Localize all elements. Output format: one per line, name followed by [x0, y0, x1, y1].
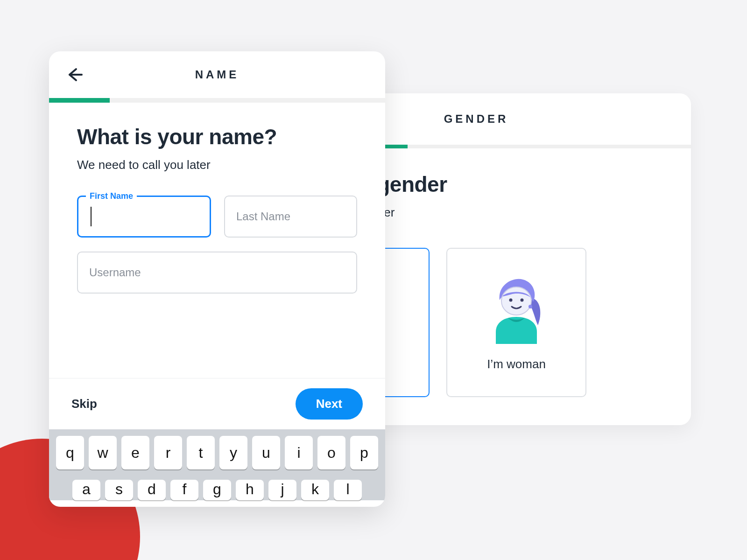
keyboard-row-2: asdfghjkl [54, 476, 381, 500]
svg-point-7 [501, 287, 531, 315]
keyboard-key-q[interactable]: q [56, 436, 84, 469]
keyboard-key-e[interactable]: e [121, 436, 149, 469]
name-screen: NAME What is your name? We need to call … [49, 51, 385, 507]
keyboard-key-l[interactable]: l [334, 480, 362, 500]
keyboard-key-j[interactable]: j [268, 480, 296, 500]
keyboard-key-a[interactable]: a [72, 480, 100, 500]
keyboard-key-t[interactable]: t [187, 436, 215, 469]
name-header: NAME [49, 51, 385, 98]
arrow-left-icon [66, 65, 85, 84]
username-field[interactable]: Username [77, 252, 357, 294]
skip-button[interactable]: Skip [71, 397, 97, 411]
gender-card-woman[interactable]: I’m woman [446, 248, 586, 397]
keyboard-key-h[interactable]: h [236, 480, 264, 500]
name-progress-bar [49, 98, 385, 103]
first-name-field[interactable]: First Name [77, 196, 211, 238]
back-button[interactable] [64, 63, 86, 86]
name-form-row-1: First Name Last Name [77, 196, 357, 238]
last-name-field[interactable]: Last Name [224, 196, 357, 238]
keyboard-key-g[interactable]: g [203, 480, 231, 500]
keyboard-key-o[interactable]: o [317, 436, 345, 469]
keyboard-key-i[interactable]: i [285, 436, 313, 469]
name-heading: What is your name? [77, 124, 357, 149]
keyboard-key-y[interactable]: y [219, 436, 247, 469]
username-placeholder: Username [89, 266, 141, 279]
keyboard-key-d[interactable]: d [138, 480, 166, 500]
last-name-placeholder: Last Name [236, 210, 290, 223]
keyboard-key-f[interactable]: f [170, 480, 198, 500]
name-content: What is your name? We need to call you l… [49, 103, 385, 378]
keyboard-key-w[interactable]: w [89, 436, 117, 469]
keyboard-key-r[interactable]: r [154, 436, 182, 469]
name-progress-fill [49, 98, 110, 103]
name-subtext: We need to call you later [77, 158, 357, 172]
first-name-label: First Name [86, 191, 137, 201]
svg-point-8 [509, 298, 513, 301]
svg-point-9 [521, 298, 524, 301]
svg-point-10 [529, 305, 532, 308]
gender-card-woman-label: I’m woman [487, 357, 546, 371]
name-footer: Skip Next [49, 378, 385, 429]
name-header-title: NAME [195, 68, 240, 81]
onscreen-keyboard: qwertyuiop asdfghjkl [49, 429, 385, 500]
keyboard-key-s[interactable]: s [105, 480, 133, 500]
keyboard-row-1: qwertyuiop [54, 436, 381, 469]
keyboard-key-u[interactable]: u [252, 436, 280, 469]
next-button[interactable]: Next [296, 388, 363, 420]
keyboard-key-k[interactable]: k [301, 480, 329, 500]
text-caret [91, 207, 92, 226]
keyboard-key-p[interactable]: p [350, 436, 378, 469]
avatar-woman-icon [484, 274, 549, 344]
gender-header-title: GENDER [444, 112, 509, 126]
